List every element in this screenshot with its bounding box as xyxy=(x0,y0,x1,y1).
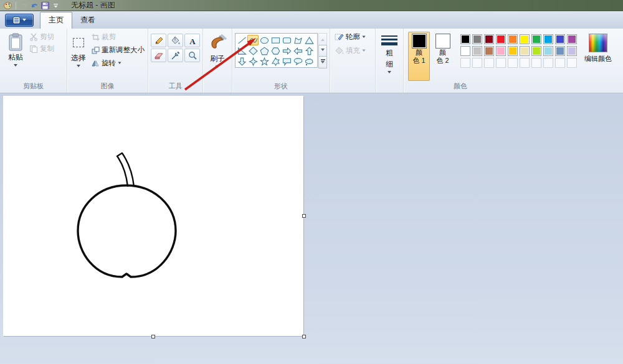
shape-star-6-icon[interactable] xyxy=(270,56,281,67)
brushes-button[interactable]: 刷子 xyxy=(206,32,229,90)
save-icon[interactable] xyxy=(40,1,50,10)
shape-arrow-right-icon[interactable] xyxy=(281,45,292,56)
palette-color-swatch[interactable] xyxy=(508,46,518,56)
shape-oval-icon[interactable] xyxy=(259,35,270,45)
palette-empty-slot[interactable] xyxy=(520,58,530,68)
fill-icon xyxy=(335,47,344,55)
palette-color-swatch[interactable] xyxy=(484,34,494,44)
shape-callout-oval-icon[interactable] xyxy=(292,56,303,67)
shape-arrow-down-icon[interactable] xyxy=(236,56,247,67)
tab-home[interactable]: 主页 xyxy=(40,12,72,29)
palette-color-swatch[interactable] xyxy=(520,46,530,56)
fill-dropdown-icon xyxy=(362,49,365,53)
shape-polygon-icon[interactable] xyxy=(292,35,303,45)
eyedropper-icon xyxy=(171,51,181,60)
shape-right-triangle-icon[interactable] xyxy=(236,45,247,56)
canvas-resize-handle-bottom[interactable] xyxy=(151,335,155,338)
resize-icon xyxy=(92,47,100,54)
palette-empty-slot[interactable] xyxy=(555,58,565,68)
palette-color-swatch[interactable] xyxy=(555,46,565,56)
palette-color-swatch[interactable] xyxy=(496,46,506,56)
application-menu-button[interactable] xyxy=(5,14,34,27)
outline-button[interactable]: 轮廓 xyxy=(333,32,367,42)
tools-group-label: 工具 xyxy=(148,81,202,93)
drawing-canvas[interactable] xyxy=(3,96,303,336)
size-label-2: 细 xyxy=(386,59,393,70)
color2-button[interactable]: 颜 色 2 xyxy=(432,32,454,81)
palette-empty-slot[interactable] xyxy=(484,58,494,68)
palette-empty-slot[interactable] xyxy=(543,58,553,68)
canvas-resize-handle-corner[interactable] xyxy=(302,335,306,338)
brushes-group: 刷子 xyxy=(203,29,232,93)
color1-button[interactable]: 颜 色 1 xyxy=(408,32,430,81)
text-tool[interactable]: A xyxy=(184,34,200,47)
size-label-1: 粗 xyxy=(386,48,393,58)
pencil-tool[interactable] xyxy=(151,34,166,47)
colors-group: 颜 色 1 颜 色 2 编辑颜色 颜色 xyxy=(404,29,623,93)
palette-color-swatch[interactable] xyxy=(531,46,541,56)
size-button[interactable]: 粗 细 xyxy=(379,32,399,77)
cut-button[interactable]: 剪切 xyxy=(28,32,55,42)
shape-arrow-up-icon[interactable] xyxy=(303,45,315,56)
color2-swatch xyxy=(435,34,450,49)
copy-button[interactable]: 复制 xyxy=(28,44,55,54)
palette-color-swatch[interactable] xyxy=(472,34,482,44)
shapes-scroll-up-button[interactable] xyxy=(318,33,327,45)
resize-button[interactable]: 重新调整大小 xyxy=(90,45,146,55)
paste-button[interactable]: 粘贴 xyxy=(6,32,26,81)
palette-color-swatch[interactable] xyxy=(543,46,553,56)
color-picker-tool[interactable] xyxy=(168,49,183,62)
palette-color-swatch[interactable] xyxy=(567,34,577,44)
palette-color-swatch[interactable] xyxy=(484,46,494,56)
palette-color-swatch[interactable] xyxy=(567,46,577,56)
paint-app-icon[interactable] xyxy=(2,1,13,10)
undo-icon[interactable] xyxy=(29,1,40,10)
fill-label: 填充 xyxy=(346,46,360,55)
shapes-more-button[interactable] xyxy=(318,56,327,68)
shape-callout-rectangle-icon[interactable] xyxy=(281,56,292,67)
palette-color-swatch[interactable] xyxy=(496,34,506,44)
redo-icon[interactable] xyxy=(19,1,29,10)
shape-pentagon-icon[interactable] xyxy=(259,45,270,56)
palette-empty-slot[interactable] xyxy=(567,58,577,68)
shapes-scroll-down-button[interactable] xyxy=(318,45,327,57)
palette-color-swatch[interactable] xyxy=(520,34,530,44)
palette-color-swatch[interactable] xyxy=(508,34,518,44)
fill-tool[interactable] xyxy=(168,34,183,47)
palette-color-swatch[interactable] xyxy=(472,46,482,56)
palette-color-swatch[interactable] xyxy=(460,46,470,56)
select-button[interactable]: 选择 xyxy=(69,32,88,81)
canvas-resize-handle-right[interactable] xyxy=(302,214,306,218)
qat-dropdown-icon[interactable] xyxy=(50,1,61,10)
edit-colors-button[interactable]: 编辑颜色 xyxy=(584,32,612,81)
eraser-tool[interactable] xyxy=(151,49,166,62)
palette-empty-slot[interactable] xyxy=(472,58,482,68)
select-rectangle-icon xyxy=(73,38,84,47)
shape-curve-icon[interactable] xyxy=(247,35,259,45)
palette-empty-slot[interactable] xyxy=(531,58,541,68)
shape-callout-cloud-icon[interactable] xyxy=(303,56,315,67)
shape-line-icon[interactable] xyxy=(236,35,247,45)
shape-star-5-icon[interactable] xyxy=(259,56,270,67)
magnifier-tool[interactable] xyxy=(184,49,200,62)
palette-color-swatch[interactable] xyxy=(543,34,553,44)
rotate-button[interactable]: 旋转 xyxy=(90,58,146,68)
palette-empty-slot[interactable] xyxy=(460,58,470,68)
shape-arrow-left-icon[interactable] xyxy=(292,45,303,56)
palette-empty-slot[interactable] xyxy=(508,58,518,68)
shape-triangle-icon[interactable] xyxy=(303,35,315,45)
shape-hexagon-icon[interactable] xyxy=(270,45,281,56)
palette-empty-slot[interactable] xyxy=(496,58,506,68)
shape-star-4-icon[interactable] xyxy=(247,56,259,67)
shape-rectangle-icon[interactable] xyxy=(270,35,281,45)
ribbon: 粘贴 剪切 复制 剪贴板 xyxy=(0,29,623,93)
crop-button[interactable]: 裁剪 xyxy=(90,32,146,42)
image-group: 选择 裁剪 重新调整大小 旋转 xyxy=(67,29,148,93)
shape-diamond-icon[interactable] xyxy=(247,45,259,56)
palette-color-swatch[interactable] xyxy=(531,34,541,44)
shape-rounded-rectangle-icon[interactable] xyxy=(281,35,292,45)
fill-button[interactable]: 填充 xyxy=(333,45,367,56)
palette-color-swatch[interactable] xyxy=(460,34,470,44)
palette-color-swatch[interactable] xyxy=(555,34,565,44)
tab-view[interactable]: 查看 xyxy=(72,12,103,29)
